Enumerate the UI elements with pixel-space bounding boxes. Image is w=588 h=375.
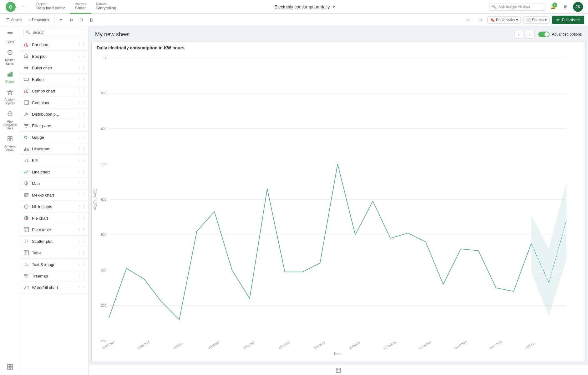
- chart-item-bullet-chart[interactable]: Bullet chart ⋮⋮: [20, 62, 89, 74]
- chart-item-nl-insights[interactable]: NL Insights ⋮⋮: [20, 201, 89, 212]
- svg-point-63: [25, 242, 26, 243]
- scatter-plot-drag-handle[interactable]: ⋮⋮: [78, 239, 85, 243]
- kpi-drag-handle[interactable]: ⋮⋮: [78, 158, 85, 162]
- pivot-table-drag-handle[interactable]: ⋮⋮: [78, 228, 85, 232]
- advanced-options-switch[interactable]: [538, 32, 550, 37]
- sidebar-item-fields[interactable]: Fields: [1, 29, 19, 46]
- chart-item-gauge[interactable]: Gauge ⋮⋮: [20, 132, 89, 143]
- app-menu-dots[interactable]: ···: [19, 3, 28, 10]
- waterfall-chart-icon: [23, 284, 29, 291]
- assets-tab[interactable]: ☰ Assets: [4, 17, 25, 23]
- master-items-icon: [7, 49, 13, 57]
- bar-chart-drag-handle[interactable]: ⋮⋮: [78, 42, 85, 47]
- sidebar-item-master-items[interactable]: Master items: [1, 47, 19, 68]
- advanced-options-toggle[interactable]: Advanced options: [538, 32, 582, 37]
- bottom-bar-icon[interactable]: [334, 366, 343, 375]
- chart-item-kpi[interactable]: #1 KPI ⋮⋮: [20, 155, 89, 166]
- search-icon: 🔍: [492, 5, 497, 9]
- notifications-button[interactable]: 🔔 5: [548, 2, 558, 12]
- nav-prepare[interactable]: Prepare Data load editor: [31, 0, 70, 14]
- undo-button[interactable]: ↩: [465, 16, 474, 24]
- chart-item-histogram[interactable]: Histogram ⋮⋮: [20, 143, 89, 155]
- chart-item-treemap[interactable]: Treemap ⋮⋮: [20, 270, 89, 282]
- chart-item-button[interactable]: Button ⋮⋮: [20, 74, 89, 85]
- chart-item-line-chart[interactable]: Line chart ⋮⋮: [20, 166, 89, 178]
- kpi-icon: #1: [23, 157, 29, 163]
- bookmarks-button[interactable]: 🔖 Bookmarks ▾: [487, 16, 521, 24]
- chart-item-box-plot[interactable]: Box plot ⋮⋮: [20, 51, 89, 62]
- line-chart-drag-handle[interactable]: ⋮⋮: [78, 170, 85, 174]
- custom-objects-icon: [7, 89, 13, 97]
- sheets-button[interactable]: ⬜ Sheets ▾: [523, 16, 550, 24]
- qlik-logo[interactable]: Q: [3, 2, 19, 12]
- treemap-drag-handle[interactable]: ⋮⋮: [78, 274, 85, 278]
- charts-search-input[interactable]: [33, 30, 83, 35]
- chart-item-scatter-plot[interactable]: Scatter plot ⋮⋮: [20, 236, 89, 247]
- svg-rect-30: [24, 78, 28, 81]
- chart-item-pie-chart[interactable]: Pie chart ⋮⋮: [20, 212, 89, 224]
- svg-marker-98: [531, 182, 566, 316]
- svg-rect-21: [26, 43, 27, 47]
- button-drag-handle[interactable]: ⋮⋮: [78, 77, 85, 82]
- user-avatar[interactable]: JK: [573, 2, 583, 12]
- sheet-next-button[interactable]: ›: [526, 30, 535, 39]
- pivot-table-label: Pivot table: [32, 228, 75, 232]
- qlik-logo-icon: Q: [6, 2, 16, 12]
- cut-button[interactable]: ✂: [57, 16, 66, 24]
- text-image-drag-handle[interactable]: ⋮⋮: [78, 262, 85, 267]
- chart-item-distribution-p[interactable]: Distribution p... ⋮⋮: [20, 108, 89, 120]
- paste-button[interactable]: ⊡: [77, 16, 86, 24]
- combo-chart-drag-handle[interactable]: ⋮⋮: [78, 89, 85, 93]
- pie-chart-drag-handle[interactable]: ⋮⋮: [78, 216, 85, 220]
- chart-item-pivot-table[interactable]: Pivot table ⋮⋮: [20, 224, 89, 236]
- svg-point-65: [27, 241, 28, 242]
- chart-item-bar-chart[interactable]: Bar chart ⋮⋮: [20, 39, 89, 51]
- nl-insights-drag-handle[interactable]: ⋮⋮: [78, 204, 85, 209]
- chart-item-mekko-chart[interactable]: Mekko chart ⋮⋮: [20, 189, 89, 201]
- mekko-chart-drag-handle[interactable]: ⋮⋮: [78, 193, 85, 197]
- sidebar-item-custom-objects[interactable]: Custom objects: [1, 87, 19, 108]
- chart-item-table[interactable]: Table ⋮⋮: [20, 247, 89, 259]
- histogram-drag-handle[interactable]: ⋮⋮: [78, 147, 85, 151]
- nav-narrate[interactable]: Narrate Storytelling: [91, 0, 121, 14]
- sidebar-bottom-icon[interactable]: [1, 361, 19, 372]
- sheet-prev-button[interactable]: ‹: [514, 30, 523, 39]
- edit-sheet-button[interactable]: ✏ Edit sheet: [552, 16, 584, 24]
- icon-sidebar: Fields Master items Charts Custom object…: [0, 26, 20, 375]
- svg-text:600: 600: [101, 198, 106, 201]
- chart-item-filter-pane[interactable]: Filter pane ⋮⋮: [20, 120, 89, 132]
- filter-pane-drag-handle[interactable]: ⋮⋮: [78, 123, 85, 128]
- gauge-drag-handle[interactable]: ⋮⋮: [78, 135, 85, 139]
- table-drag-handle[interactable]: ⋮⋮: [78, 251, 85, 255]
- app-title[interactable]: Electricity consumption-daily ▼: [121, 4, 489, 9]
- container-drag-handle[interactable]: ⋮⋮: [78, 100, 85, 105]
- waterfall-chart-drag-handle[interactable]: ⋮⋮: [78, 285, 85, 290]
- chart-title: Daily electricity consumption in KW hour…: [92, 42, 585, 52]
- sidebar-item-charts[interactable]: Charts: [1, 68, 19, 86]
- map-drag-handle[interactable]: ⋮⋮: [78, 181, 85, 186]
- box-plot-drag-handle[interactable]: ⋮⋮: [78, 54, 85, 58]
- copy-button[interactable]: ⧉: [67, 16, 76, 24]
- sidebar-item-app-navigation[interactable]: App navigation links: [1, 108, 19, 132]
- properties-tab[interactable]: ≡ Properties: [26, 17, 52, 23]
- chart-item-container[interactable]: Container ⋮⋮: [20, 97, 89, 108]
- svg-text:Aa: Aa: [24, 262, 28, 266]
- histogram-label: Histogram: [32, 147, 75, 151]
- bullet-chart-drag-handle[interactable]: ⋮⋮: [78, 66, 85, 70]
- chart-item-waterfall-chart[interactable]: Waterfall chart ⋮⋮: [20, 282, 89, 293]
- delete-button[interactable]: 🗑: [87, 16, 96, 24]
- svg-rect-79: [28, 286, 29, 289]
- grid-menu-button[interactable]: ⊞: [560, 2, 570, 12]
- chart-item-text-image[interactable]: Aa Text & image ⋮⋮: [20, 259, 89, 270]
- insight-advisor-search[interactable]: 🔍 Ask Insight Advisor: [489, 3, 545, 11]
- chart-item-combo-chart[interactable]: Combo chart ⋮⋮: [20, 85, 89, 97]
- charts-search-box[interactable]: 🔍: [23, 29, 85, 36]
- map-label: Map: [32, 181, 75, 186]
- chart-item-map[interactable]: Map ⋮⋮: [20, 178, 89, 189]
- redo-button[interactable]: ↪: [476, 16, 485, 24]
- svg-rect-2: [8, 35, 11, 35]
- distribution-p-drag-handle[interactable]: ⋮⋮: [78, 112, 85, 116]
- sidebar-item-dynamic-views[interactable]: Dynamic views: [1, 133, 19, 154]
- nav-analyze[interactable]: Analyze Sheet: [70, 0, 91, 14]
- table-label: Table: [32, 251, 75, 255]
